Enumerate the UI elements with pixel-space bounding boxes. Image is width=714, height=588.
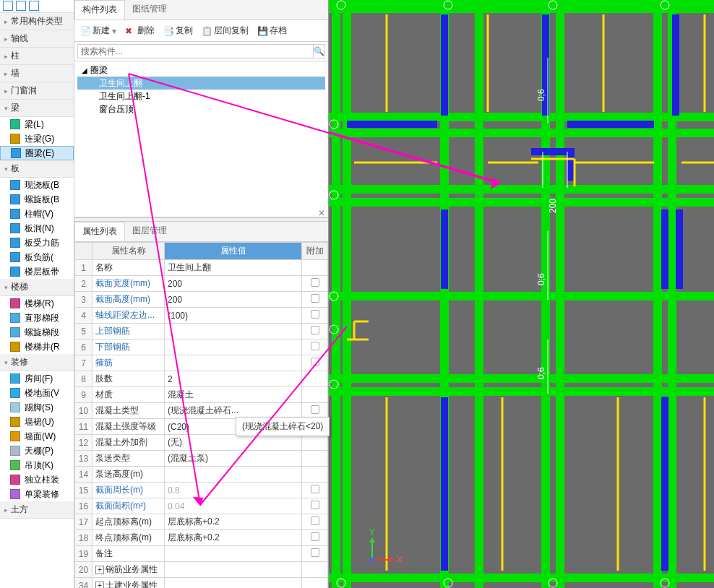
property-row[interactable]: 9材质混凝土 xyxy=(75,387,328,403)
tree-item[interactable]: 卫生间上翻-1 xyxy=(77,90,325,103)
checkbox[interactable] xyxy=(311,485,319,493)
nav-item[interactable]: 墙面(W) xyxy=(0,429,74,444)
property-row[interactable]: 2截面宽度(mm)200 xyxy=(75,276,328,292)
property-row[interactable]: 4轴线距梁左边...(100) xyxy=(75,308,328,324)
property-row[interactable]: 3截面高度(mm)200 xyxy=(75,292,328,308)
copy-button[interactable]: 📑复制 xyxy=(160,23,196,38)
nav-item[interactable]: 楼梯井(R xyxy=(0,340,74,354)
property-row[interactable]: 34+土建业务属性 xyxy=(75,578,328,589)
property-table: 属性名称 属性值 附加 1名称卫生间上翻2截面宽度(mm)2003截面高度(mm… xyxy=(74,242,328,588)
nav-item[interactable]: 螺旋梯段 xyxy=(0,325,74,340)
tree-item[interactable]: 窗台压顶 xyxy=(77,103,325,116)
nav-item-icon xyxy=(10,313,20,323)
nav-item[interactable]: 梁(L) xyxy=(0,117,74,131)
panel-close-icon[interactable]: ✕ xyxy=(318,208,327,217)
tab-component-list[interactable]: 构件列表 xyxy=(74,0,125,20)
nav-item[interactable]: 连梁(G) xyxy=(0,131,74,146)
nav-section[interactable]: ▸常用构件类型 xyxy=(0,13,74,30)
property-row[interactable]: 14泵送高度(m) xyxy=(75,467,328,483)
panel-divider[interactable]: ✕ xyxy=(74,217,328,222)
nav-item[interactable]: 楼梯(R) xyxy=(0,296,74,311)
nav-item[interactable]: 板洞(N) xyxy=(0,221,74,235)
nav-item[interactable]: 楼层板带 xyxy=(0,264,74,279)
col-value: 属性值 xyxy=(165,243,302,260)
nav-section[interactable]: ▸柱 xyxy=(0,48,74,65)
nav-section[interactable]: ▾板 xyxy=(0,160,74,178)
tree-item[interactable]: 卫生间上翻 xyxy=(77,77,325,90)
tree-root[interactable]: ◢ 圈梁 xyxy=(77,64,325,77)
nav-item[interactable]: 独立柱装 xyxy=(0,472,74,487)
nav-section[interactable]: ▸墙 xyxy=(0,65,74,82)
nav-item[interactable]: 柱帽(V) xyxy=(0,207,74,221)
nav-item[interactable]: 房间(F) xyxy=(0,371,74,386)
checkbox[interactable] xyxy=(311,310,319,319)
checkbox[interactable] xyxy=(311,278,319,287)
search-icon[interactable]: 🔍 xyxy=(314,44,325,59)
archive-button[interactable]: 💾存档 xyxy=(254,23,290,38)
nav-section[interactable]: ▾装修 xyxy=(0,354,74,371)
nav-section[interactable]: ▸土方 xyxy=(0,501,74,519)
dim-text-3: 0;6 xyxy=(536,367,546,379)
nav-item-icon xyxy=(10,238,20,248)
nav-section[interactable]: ▸轴线 xyxy=(0,30,74,48)
checkbox[interactable] xyxy=(311,532,319,541)
nav-item[interactable]: 天棚(P) xyxy=(0,444,74,458)
checkbox[interactable] xyxy=(311,516,319,525)
property-row[interactable]: 20+钢筋业务属性 xyxy=(75,562,328,578)
property-row[interactable]: 13泵送类型(混凝土泵) xyxy=(75,451,328,467)
property-row[interactable]: 6下部钢筋 xyxy=(75,340,328,355)
checkbox[interactable] xyxy=(311,548,319,557)
nav-item[interactable]: 踢脚(S) xyxy=(0,400,74,415)
new-icon: 📄 xyxy=(80,26,90,36)
property-row[interactable]: 17起点顶标高(m)层底标高+0.2 xyxy=(75,514,328,530)
delete-button[interactable]: ✖删除 xyxy=(122,23,158,38)
tab-drawing-manage[interactable]: 图纸管理 xyxy=(125,0,174,20)
nav-item-icon xyxy=(10,431,20,441)
expand-icon[interactable]: + xyxy=(95,581,104,588)
tab-layer-manage[interactable]: 图层管理 xyxy=(125,222,174,241)
nav-item-icon xyxy=(10,267,20,277)
new-button[interactable]: 📄新建▾ xyxy=(77,23,119,38)
nav-item[interactable]: 墙裙(U) xyxy=(0,415,74,429)
drawing-canvas[interactable]: 0;6 200 0;6 0;6 X Y xyxy=(329,0,714,588)
checkbox[interactable] xyxy=(311,501,319,509)
nav-layout-icon-2[interactable] xyxy=(16,1,26,11)
nav-item[interactable]: 板负筋( xyxy=(0,250,74,264)
nav-item[interactable]: 单梁装修 xyxy=(0,487,74,501)
nav-item[interactable]: 板受力筋 xyxy=(0,235,74,250)
property-row[interactable]: 7箍筋 xyxy=(75,355,328,371)
nav-section[interactable]: ▸门窗洞 xyxy=(0,82,74,100)
nav-item[interactable]: 圈梁(E) xyxy=(0,146,74,160)
nav-layout-icon-1[interactable] xyxy=(3,1,13,11)
property-row[interactable]: 15截面周长(m)0.8 xyxy=(75,483,328,498)
nav-item[interactable]: 螺旋板(B xyxy=(0,192,74,207)
checkbox[interactable] xyxy=(311,294,319,303)
checkbox[interactable] xyxy=(311,342,319,350)
checkbox[interactable] xyxy=(311,358,319,366)
nav-section[interactable]: ▾梁 xyxy=(0,100,74,117)
nav-section[interactable]: ▾楼梯 xyxy=(0,279,74,296)
nav-item[interactable]: 楼地面(V xyxy=(0,386,74,400)
nav-item-icon xyxy=(10,373,20,384)
tab-property-list[interactable]: 属性列表 xyxy=(74,222,125,241)
checkbox[interactable] xyxy=(311,326,319,334)
expand-icon[interactable]: + xyxy=(95,566,104,574)
property-row[interactable]: 5上部钢筋 xyxy=(75,324,328,340)
search-input[interactable] xyxy=(77,44,314,59)
property-row[interactable]: 16截面面积(m²)0.04 xyxy=(75,498,328,514)
checkbox[interactable] xyxy=(311,405,319,414)
floor-copy-button[interactable]: 📋层间复制 xyxy=(199,23,251,38)
nav-item[interactable]: 吊顶(K) xyxy=(0,458,74,472)
nav-item[interactable]: 现浇板(B xyxy=(0,178,74,192)
dim-text-200: 200 xyxy=(548,199,558,213)
nav-item-icon xyxy=(11,148,21,158)
property-row[interactable]: 18终点顶标高(m)层底标高+0.2 xyxy=(75,530,328,546)
property-row[interactable]: 19备注 xyxy=(75,546,328,562)
property-row[interactable]: 1名称卫生间上翻 xyxy=(75,260,328,276)
nav-layout-icon-3[interactable] xyxy=(29,1,39,11)
property-row[interactable]: 8肢数2 xyxy=(75,371,328,387)
nav-item[interactable]: 直形梯段 xyxy=(0,311,74,325)
property-row[interactable]: 12混凝土外加剂(无) xyxy=(75,435,328,451)
nav-item-icon xyxy=(10,475,20,485)
col-name: 属性名称 xyxy=(93,243,165,260)
